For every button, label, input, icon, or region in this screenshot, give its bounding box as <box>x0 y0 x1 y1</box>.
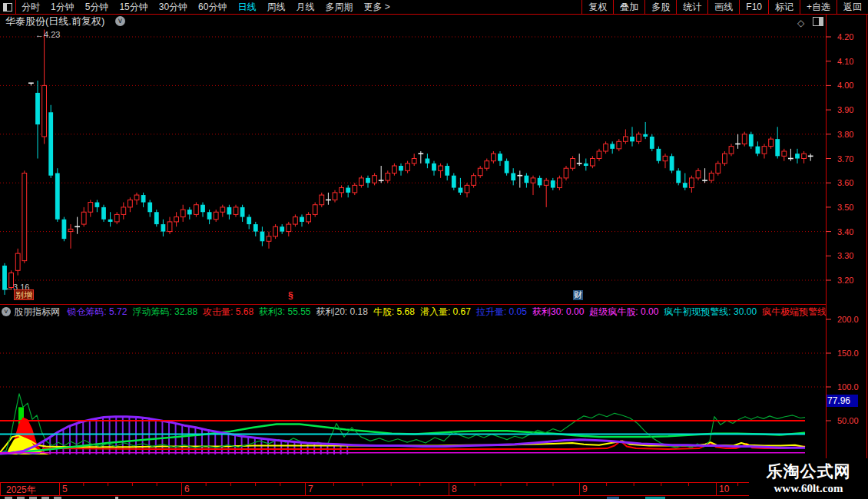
stock-title[interactable]: 华泰股份(日线.前复权) <box>5 15 104 28</box>
tool-item-3[interactable]: 统计 <box>676 0 707 14</box>
indicator-name[interactable]: 股朋指标网 <box>14 306 60 317</box>
tool-item-6[interactable]: 标记 <box>768 0 800 14</box>
indicator-param-6: 潜入量: 0.67 <box>420 306 471 317</box>
indicator-param-9: 超级疯牛股: 0.00 <box>589 306 658 317</box>
price-axis-label: 4.20 <box>837 32 853 41</box>
indicator-axis-label: 100.0 <box>837 382 859 392</box>
price-axis-label: 4.10 <box>837 57 853 66</box>
price-axis-label: 3.80 <box>837 130 853 139</box>
tool-item-0[interactable]: 复权 <box>581 0 613 14</box>
indicator-param-11: 疯牛极端预警线: 50. <box>762 306 826 317</box>
month-label-10: 10 <box>719 484 729 494</box>
price-axis-label: 3.30 <box>837 251 853 260</box>
indicator-param-4: 获利20: 0.18 <box>316 306 367 317</box>
period-item-3[interactable]: 15分钟 <box>114 0 153 14</box>
chart-canvas[interactable] <box>0 0 868 499</box>
chart-title-row: 华泰股份(日线.前复权) ˅ ◇ <box>0 15 868 28</box>
period-item-8[interactable]: 月线 <box>290 0 320 14</box>
period-item-10[interactable]: 更多 > <box>358 0 395 14</box>
price-axis-label: 3.50 <box>837 203 853 212</box>
watermark: 乐淘公式网 www.60lt.com <box>749 458 868 499</box>
indicator-axis-label: 200.0 <box>837 315 859 324</box>
period-item-5[interactable]: 60分钟 <box>193 0 232 14</box>
tools-menu: 复权叠加多股统计画线F10标记+自选返回 <box>581 0 868 14</box>
period-item-0[interactable]: 分时 <box>16 0 45 14</box>
year-label: 2025年 <box>6 484 36 497</box>
price-annotation: ←4.23 <box>35 30 60 39</box>
period-item-7[interactable]: 周线 <box>261 0 290 14</box>
month-label-7: 7 <box>308 484 313 494</box>
price-axis-label: 3.90 <box>837 105 853 114</box>
period-item-4[interactable]: 30分钟 <box>154 0 193 14</box>
window-panel-icon[interactable] <box>0 0 16 14</box>
watermark-url: www.60lt.com <box>749 482 868 495</box>
price-axis-label: 3.20 <box>837 276 853 285</box>
period-item-9[interactable]: 多周期 <box>320 0 358 14</box>
tool-item-2[interactable]: 多股 <box>644 0 676 14</box>
tool-item-5[interactable]: F10 <box>739 0 768 14</box>
indicator-param-8: 获利30: 0.00 <box>532 306 584 317</box>
period-item-6[interactable]: 日线 <box>232 0 261 14</box>
indicator-param-2: 攻击量: 5.68 <box>203 306 253 317</box>
collapse-icon[interactable]: ˅ <box>2 307 11 316</box>
period-item-1[interactable]: 1分钟 <box>45 0 80 14</box>
month-label-5: 5 <box>62 484 68 494</box>
diamond-icon[interactable]: ◇ <box>797 16 804 30</box>
month-label-8: 8 <box>452 484 457 494</box>
indicator-param-0: 锁仓筹码: 5.72 <box>67 306 127 317</box>
price-axis-label: 3.40 <box>837 227 853 236</box>
chevron-down-icon[interactable]: ˅ <box>115 16 125 26</box>
price-axis-label: 3.60 <box>837 178 853 187</box>
tool-item-7[interactable]: +自选 <box>800 0 837 14</box>
month-label-6: 6 <box>184 484 190 494</box>
watermark-site-name: 乐淘公式网 <box>749 461 868 482</box>
month-label-9: 9 <box>582 484 588 494</box>
event-marker[interactable]: 财 <box>573 290 583 300</box>
indicator-param-3: 获利3: 55.55 <box>259 306 310 317</box>
tool-item-8[interactable]: 返回 <box>837 0 868 14</box>
event-marker[interactable]: § <box>288 291 293 301</box>
indicator-axis-label: 150.0 <box>837 349 859 358</box>
indicator-value-badge: 77.96 <box>827 395 858 407</box>
trading-app-window: 分时1分钟5分钟15分钟30分钟60分钟日线周线月线多周期更多 > 复权叠加多股… <box>0 0 868 499</box>
indicator-param-1: 浮动筹码: 32.88 <box>132 306 197 317</box>
indicator-axis-label: 50.00 <box>837 416 859 425</box>
top-toolbar: 分时1分钟5分钟15分钟30分钟60分钟日线周线月线多周期更多 > 复权叠加多股… <box>0 0 868 15</box>
indicator-param-10: 疯牛初现预警线: 30.00 <box>664 306 757 317</box>
indicator-param-5: 牛股: 5.68 <box>373 306 415 317</box>
price-axis-label: 3.70 <box>837 154 853 164</box>
split-panel-icon[interactable] <box>813 17 823 26</box>
indicator-param-7: 拉升量: 0.05 <box>476 306 527 317</box>
price-axis-label: 4.00 <box>837 81 853 90</box>
tool-item-4[interactable]: 画线 <box>707 0 739 14</box>
period-item-2[interactable]: 5分钟 <box>80 0 114 14</box>
period-menu: 分时1分钟5分钟15分钟30分钟60分钟日线周线月线多周期更多 > <box>16 0 396 14</box>
tool-item-1[interactable]: 叠加 <box>613 0 644 14</box>
event-marker[interactable]: 别增 <box>14 289 34 300</box>
indicator-params-row: ˅股朋指标网 锁仓筹码: 5.72浮动筹码: 32.88攻击量: 5.68获利3… <box>0 306 826 318</box>
